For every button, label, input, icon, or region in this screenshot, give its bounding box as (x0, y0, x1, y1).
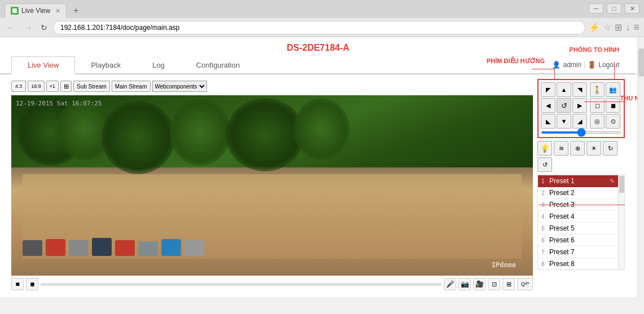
ptz-left-btn[interactable]: ◀ (541, 98, 555, 113)
close-button[interactable]: ✕ (625, 3, 639, 14)
separator: | (584, 61, 585, 69)
component-select[interactable]: Webcomponents (152, 81, 207, 92)
zoom-out-btn[interactable]: 👥 (606, 82, 620, 97)
tab-configuration[interactable]: Configuration (180, 57, 255, 73)
speed-slider[interactable] (541, 131, 621, 134)
size-169-button[interactable]: 16:9 (28, 81, 45, 92)
fullscreen-toggle-button[interactable]: ⊞ (60, 81, 72, 92)
star-icon[interactable]: ☆ (603, 22, 611, 33)
preset-item-7[interactable]: 7 Preset 7 (538, 246, 618, 258)
bookmark-icon[interactable]: ⊞ (615, 22, 622, 33)
zoom-actual-button[interactable]: ⊞ (502, 278, 515, 290)
ptz-controls: ◤ ▲ ◥ ◀ ↺ ▶ ◣ ▼ ◢ (537, 79, 625, 138)
thu-nho-line (584, 101, 625, 102)
logout-link[interactable]: Logout (598, 61, 619, 69)
address-bar: ← → ↻ ⚡ ☆ ⊞ ↓ ≡ (0, 18, 644, 37)
preset-section: 1 Preset 1 ✎ 2 Preset 2 3 Preset 3 (537, 175, 625, 270)
tab-live-view[interactable]: Live View (11, 56, 75, 74)
page-scrollbar[interactable] (637, 37, 644, 297)
preset-name-8: Preset 8 (549, 260, 615, 268)
tab-playback[interactable]: Playback (75, 57, 136, 73)
tab-log[interactable]: Log (136, 57, 180, 73)
preset-num-7: 7 (541, 249, 549, 255)
size-43-button[interactable]: 4:3 (11, 81, 26, 92)
main-content: 4:3 16:9 ×1 ⊞ Sub Stream Main Stream Web… (0, 74, 636, 297)
moto-6 (138, 241, 158, 256)
wiper-btn[interactable]: ≋ (554, 141, 568, 156)
new-tab-button[interactable]: + (68, 5, 84, 17)
ir-btn[interactable]: ☀ (586, 141, 601, 156)
record-button[interactable]: ⏺ (26, 278, 38, 290)
preset-item-4[interactable]: 4 Preset 4 (538, 211, 618, 223)
zoom-fit-button[interactable]: ⊡ (488, 278, 500, 290)
preset-name-7: Preset 7 (549, 248, 615, 256)
preset-item-5[interactable]: 5 Preset 5 (538, 223, 618, 235)
preset-item-6[interactable]: 6 Preset 6 (538, 235, 618, 246)
ptz-up-right-btn[interactable]: ◥ (572, 82, 587, 97)
url-input[interactable] (53, 21, 585, 34)
moto-4 (92, 238, 112, 256)
light-btn[interactable]: 💡 (537, 141, 552, 156)
preset-num-6: 6 (541, 237, 549, 244)
preset-item-1[interactable]: 1 Preset 1 ✎ (538, 175, 618, 187)
preset-scroll-thumb[interactable] (619, 176, 624, 193)
focus-far-btn[interactable]: ⊙ (606, 114, 620, 129)
preset-num-8: 8 (541, 261, 549, 267)
tree-3 (102, 101, 175, 174)
back-button[interactable]: ← (5, 23, 18, 33)
target-btn[interactable]: ⊕ (570, 141, 585, 156)
scrollbar-thumb[interactable] (638, 48, 644, 77)
mic-button[interactable]: 🎤 (444, 278, 456, 290)
preset-edit-1[interactable]: ✎ (610, 178, 615, 185)
forward-button[interactable]: → (21, 23, 35, 33)
iris-close-btn[interactable]: ◼ (606, 98, 620, 113)
tree-5 (226, 98, 305, 171)
ptz-down-right-btn[interactable]: ◢ (572, 114, 587, 129)
stop-button[interactable]: ■ (11, 278, 24, 290)
sub-stream-button[interactable]: Sub Stream (73, 81, 110, 92)
window-controls: ─ □ ✕ (589, 3, 639, 14)
speed-row (541, 130, 621, 135)
ptz-up-left-btn[interactable]: ◤ (541, 82, 555, 97)
snapshot-button[interactable]: 📷 (458, 278, 471, 290)
minimize-button[interactable]: ─ (589, 3, 603, 14)
rotate-cam-btn[interactable]: ↺ (537, 157, 552, 172)
focus-near-btn[interactable]: ◎ (590, 114, 605, 129)
main-stream-button[interactable]: Main Stream (112, 81, 151, 92)
q3d-button[interactable]: Q³ᴰ (517, 278, 533, 290)
preset-item-2[interactable]: 2 Preset 2 (538, 187, 618, 199)
phong-to-arrow (614, 62, 615, 79)
ptz-right-btn[interactable]: ▶ (572, 98, 587, 113)
tab-close-icon[interactable]: ✕ (55, 7, 60, 15)
ptz-down-left-btn[interactable]: ◣ (541, 114, 555, 129)
maximize-button[interactable]: □ (607, 3, 621, 14)
preset-num-5: 5 (541, 225, 549, 232)
ptz-row1: ◤ ▲ ◥ ◀ ↺ ▶ ◣ ▼ ◢ (541, 82, 621, 129)
ptz-down-btn[interactable]: ▼ (557, 114, 571, 129)
menu-icon[interactable]: ≡ (633, 21, 639, 33)
zoom-grid: 🚶 👥 ◻ ◼ ◎ ⊙ (590, 82, 620, 129)
preset-name-1: Preset 1 (549, 177, 607, 185)
watermark: IPdome (492, 261, 516, 269)
timestamp: 12-19-2015 Sat 16:07:25 (16, 100, 102, 107)
zoom-in-btn[interactable]: 🚶 (590, 82, 605, 97)
camera-feed: 12-19-2015 Sat 16:07:25 IPdome (11, 95, 533, 276)
moto-5-red (115, 240, 135, 256)
download-icon[interactable]: ↓ (625, 23, 630, 33)
active-tab[interactable]: Live View ✕ (5, 3, 67, 18)
moto-8 (184, 240, 204, 256)
refresh-button[interactable]: ↻ (38, 23, 50, 32)
refresh-cam-btn[interactable]: ↻ (603, 141, 617, 156)
translate-icon[interactable]: ⚡ (589, 22, 600, 33)
favicon-inner (12, 8, 17, 13)
ptz-up-btn[interactable]: ▲ (557, 82, 571, 97)
phong-to-annotation: PHÓNG TO HÌNH (570, 46, 619, 53)
preset-scrollbar[interactable] (619, 175, 625, 270)
preset-item-8[interactable]: 8 Preset 8 (538, 258, 618, 269)
size-x1-button[interactable]: ×1 (46, 81, 59, 92)
ptz-center-btn[interactable]: ↺ (557, 98, 571, 113)
moto-1 (23, 240, 42, 256)
iris-open-btn[interactable]: ◻ (590, 98, 605, 113)
video-button[interactable]: 🎥 (473, 278, 486, 290)
progress-bar[interactable] (41, 283, 442, 286)
